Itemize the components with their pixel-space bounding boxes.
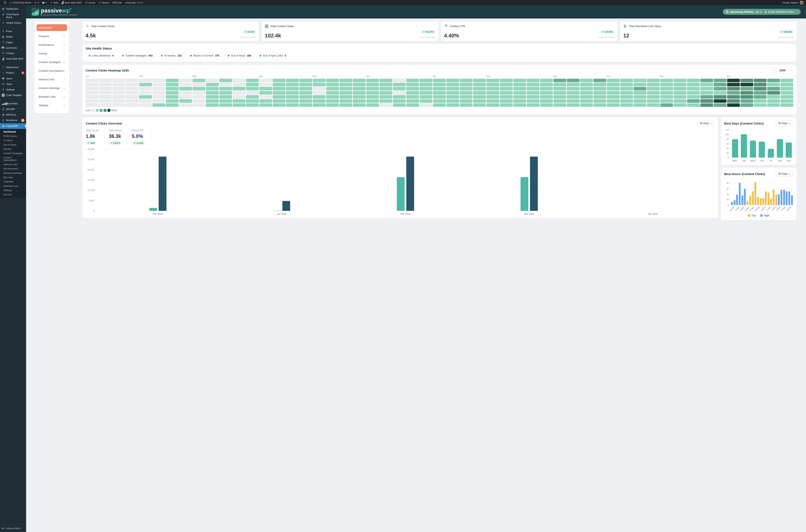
sidebar-item-media[interactable]: ▣Media [0,34,26,40]
health-badge-count: 188 [247,54,251,57]
submenu-item-dashboard[interactable]: Dashboard [0,130,26,134]
sidebar-item-contact[interactable]: ✉Contact [0,51,26,56]
sidebar-item-pages[interactable]: ❐Pages [0,40,26,45]
stat-card-value: 102.4k [265,33,281,39]
heatmap-cell [153,83,165,86]
admin-bar-item[interactable]: ↻4 [33,0,40,5]
health-badge-label: Content Strategies [126,54,147,57]
sidebar-item-users[interactable]: ☻Users [0,76,26,81]
sidebar-item-appearance[interactable]: ✐Appearance [0,64,26,70]
admin-bar-item[interactable]: ▟Rank Math SEO [60,0,83,5]
admin-bar-item[interactable]: WPCode [111,0,123,5]
sidebar-item-comments[interactable]: Comments [0,45,26,51]
sidebar-item-post-views[interactable]: ▃▅▇Post Views [0,101,26,107]
health-badge-count: 4 [112,54,114,57]
submenu-item-out-of-stock[interactable]: Out of Stock [0,142,26,147]
heatmap-cell [86,91,98,95]
submenu-item-internal-links[interactable]: Internal Links [0,162,26,167]
comment-bubble-icon [2,46,4,49]
menu-panel-item-products[interactable]: Products [37,33,67,40]
heatmap-cell [179,99,192,103]
passivewp-header: passivewp® Professional Affiliate Market… [26,5,322,19]
sidebar-item-plugins[interactable]: ⚡Plugins4 [0,70,26,76]
submenu-item-content-strategies[interactable]: Content Strategies [0,151,26,155]
sidebar-item-passivewp[interactable]: PassiveWP [0,123,26,129]
health-badge: Blocks in Content375 [187,53,222,59]
submenu-item-overview[interactable]: Overview [0,179,26,184]
sidebar-item-tfm-theme-boost[interactable]: ⊞TFM Theme Boost [0,12,26,20]
submenu-item-content-automations[interactable]: Content Automations [0,155,26,162]
heatmap-cell [193,91,205,95]
submenu-item-add-new-link[interactable]: Add New Link [0,184,26,188]
heatmap-cell [139,95,152,99]
submenu-item-articles[interactable]: Articles [0,147,26,151]
menu-panel-item-dashboard[interactable]: Dashboard [37,24,67,31]
menu-panel-item-internal-links[interactable]: Internal Links [37,76,67,83]
admin-bar-item[interactable]: ⌂STEM Kids World [8,0,33,5]
plus-icon: + [50,1,53,4]
menu-panel-item-content-automations[interactable]: Content Automations [37,68,67,74]
y-tick-label: 30,000 [87,148,94,150]
menu-panel-item-articles[interactable]: Articles [37,50,67,57]
stat-card-delta-badge: ↗ +8.10% [243,30,256,34]
sidebar-item-posts[interactable]: ✎Posts [0,28,26,34]
heatmap-cell [313,99,322,103]
heatmap-cell [126,95,138,99]
bar-clicks [149,208,157,211]
heatmap-grid [86,79,322,107]
heatmap-cell [260,83,272,86]
admin-bar-item[interactable]: 0 [40,0,49,5]
submenu-item-settings[interactable]: Settings [0,188,26,192]
submenu-item-account[interactable]: Account [0,192,26,197]
heatmap-cell [166,87,178,90]
health-badge: AI Articles233 [158,53,185,59]
sidebar-item-mc4wp[interactable]: ⓂMC4WP [0,107,26,112]
sidebar-item-rank-math-seo[interactable]: ▟Rank Math SEO [0,56,26,62]
admin-bar-item[interactable]: CleanTalk16466 [123,0,145,5]
sidebar-item-tools[interactable]: ⚒Tools [0,81,26,87]
menu-panel-item-performance[interactable]: Performance [37,41,67,48]
admin-bar-item[interactable]: Ⓦ [2,0,8,5]
y-tick-label: 25,000 [87,158,94,161]
envelope-icon: ✉ [2,52,5,55]
heatmap-cell [112,79,125,82]
sidebar-item-alttext-ai[interactable]: ◨AltText.ai [0,112,26,117]
home-icon: ⌂ [9,1,11,4]
submenu-item-amazon-earnings[interactable]: Amazon Earnings [0,171,26,175]
sidebar-item-wordfence[interactable]: ▤Wordfence2 [0,117,26,123]
heatmap-cell [246,91,259,95]
admin-bar-item[interactable]: +New [49,0,60,5]
admin-bar-item[interactable]: ◔Cache [83,0,97,5]
heatmap-cell [193,103,205,107]
wp-sidebar: ▦Dashboard⊞TFM Theme Boost↺Simple Histor… [0,5,26,213]
overview-stat-delta-badge: ↗ +22421 [109,141,122,145]
submenu-item-404-recovery[interactable]: 404 Recovery [0,167,26,171]
heatmap-cell [219,103,232,107]
heatmap-cell [246,99,259,103]
submenu-item-performance[interactable]: Performance [0,134,26,138]
heatmap-cell [206,95,219,99]
heatmap-cell [313,91,322,95]
menu-panel-item-amazon-earnings[interactable]: Amazon Earnings [37,85,67,92]
sidebar-item-label: Rank Math SEO [6,57,23,60]
sidebar-item-dashboard[interactable]: ▦Dashboard [0,6,26,12]
heatmap-cell [139,87,152,90]
admin-bar-item-label: WPCode [112,1,122,4]
stat-card-value: 4.5k [85,33,96,39]
submenu-item-my-links[interactable]: My Links [0,175,26,179]
sidebar-item-settings[interactable]: ⚙Settings [0,87,26,93]
sidebar-item-label: Post Views [6,102,18,105]
heatmap-cell [206,83,219,86]
menu-panel-item-content-strategies[interactable]: Content Strategies [37,59,67,65]
overview-title: Content Clicks Overview [86,122,122,125]
submenu-item-products[interactable]: Products [0,138,26,142]
sidebar-item-code-snippets[interactable]: />Code Snippets [0,93,26,98]
heatmap-cell [126,79,138,82]
menu-panel-item-settings[interactable]: Settings [37,102,67,109]
sidebar-item-simple-history[interactable]: ↺Simple History [0,20,26,26]
admin-bar-item-label: New [54,1,58,4]
bar-group [96,149,220,211]
chevron-down-icon [63,87,65,89]
admin-bar-item[interactable]: ◷History [97,0,111,5]
menu-panel-item-branded-links[interactable]: Branded Links [37,93,67,100]
